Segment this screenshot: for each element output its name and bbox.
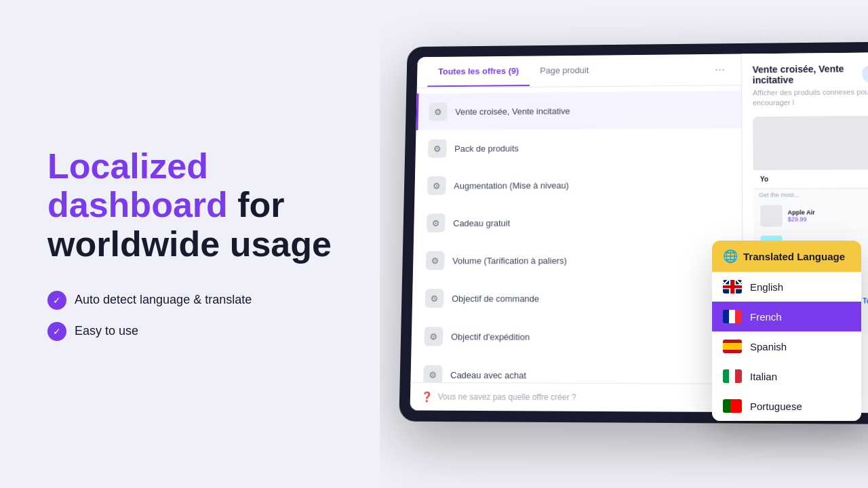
sidebar-badge: Sur la page p bbox=[863, 65, 868, 83]
footer-text: Vous ne savez pas quelle offre créer ? bbox=[438, 392, 576, 402]
preview-header: Yo bbox=[753, 169, 868, 189]
offer-icon-3: ⚙ bbox=[427, 214, 446, 232]
lang-label-french: French bbox=[750, 311, 782, 323]
features-list: ✓ Auto detect language & translate ✓ Eas… bbox=[47, 291, 339, 341]
list-item-6[interactable]: ⚙ Objectif d'expédition bbox=[411, 317, 743, 357]
dashboard-footer: ❓ Vous ne savez pas quelle offre créer ? bbox=[410, 382, 744, 412]
left-panel: Localized dashboard for worldwide usage … bbox=[0, 0, 380, 488]
translate-icon: 🌐 bbox=[723, 249, 738, 264]
lang-option-portuguese[interactable]: Portuguese bbox=[712, 391, 861, 421]
check-icon-1: ✓ bbox=[47, 291, 66, 310]
tab-product-page[interactable]: Page produit bbox=[529, 56, 599, 86]
flag-fr bbox=[723, 310, 742, 323]
lang-option-spanish[interactable]: Spanish bbox=[712, 331, 861, 361]
offer-icon-5: ⚙ bbox=[425, 289, 444, 308]
lang-label-portuguese: Portuguese bbox=[750, 401, 802, 412]
offer-icon-0: ⚙ bbox=[429, 102, 448, 121]
list-text-2: Augmentation (Mise à niveau) bbox=[454, 180, 569, 190]
flag-uk bbox=[723, 280, 742, 293]
flag-es bbox=[723, 340, 742, 353]
feature-2: ✓ Easy to use bbox=[47, 322, 339, 341]
tab-more-icon[interactable]: ··· bbox=[709, 58, 730, 82]
list-item-4[interactable]: ⚙ Volume (Tarification à paliers) bbox=[413, 241, 743, 280]
sidebar-desc: Afficher des produits connexes pour enco… bbox=[753, 87, 868, 108]
tab-all-offers[interactable]: Toutes les offres (9) bbox=[427, 57, 530, 87]
product-info-0: Apple Air $29.99 bbox=[788, 209, 868, 222]
offer-icon-7: ⚙ bbox=[423, 365, 442, 384]
list-text-7: Cadeau avec achat bbox=[450, 369, 526, 380]
headline-for: for bbox=[237, 185, 284, 224]
language-dropdown[interactable]: 🌐 Translated Language English French bbox=[712, 241, 861, 421]
product-price-0: $29.99 bbox=[788, 216, 868, 222]
flag-it bbox=[723, 369, 742, 383]
list-text-6: Objectif d'expédition bbox=[451, 331, 530, 342]
list-text-4: Volume (Tarification à paliers) bbox=[452, 256, 567, 266]
lang-label-spanish: Spanish bbox=[750, 341, 787, 352]
offer-icon-1: ⚙ bbox=[428, 139, 447, 157]
list-text-0: Vente croisée, Vente incitative bbox=[455, 106, 570, 117]
lang-label-english: English bbox=[750, 281, 783, 293]
list-item-7[interactable]: ⚙ Cadeau avec achat bbox=[410, 355, 743, 383]
headline-localized: Localized bbox=[47, 146, 208, 186]
list-text-5: Objectif de commande bbox=[452, 293, 539, 304]
flag-pt bbox=[723, 399, 742, 413]
list-text-3: Cadeau gratuit bbox=[453, 218, 510, 228]
headline-worldwide: worldwide usage bbox=[47, 224, 332, 264]
check-icon-2: ✓ bbox=[47, 322, 66, 341]
lang-option-english[interactable]: English bbox=[712, 272, 861, 302]
dashboard-list: ⚙ Vente croisée, Vente incitative ⚙ Pack… bbox=[410, 85, 743, 384]
feature-1: ✓ Auto detect language & translate bbox=[47, 291, 339, 310]
dashboard-main: Toutes les offres (9) Page produit ··· ⚙… bbox=[410, 54, 744, 413]
right-panel: Toutes les offres (9) Page produit ··· ⚙… bbox=[380, 0, 868, 488]
lang-option-french[interactable]: French bbox=[712, 302, 861, 331]
list-item-3[interactable]: ⚙ Cadeau gratuit bbox=[414, 203, 743, 242]
offer-icon-6: ⚙ bbox=[424, 327, 443, 346]
product-img-0 bbox=[760, 205, 783, 226]
lang-label-italian: Italian bbox=[750, 371, 777, 382]
headline: Localized dashboard for worldwide usage bbox=[47, 147, 339, 264]
lang-option-italian[interactable]: Italian bbox=[712, 361, 861, 391]
lang-header-label: Translated Language bbox=[743, 251, 845, 262]
product-name-0: Apple Air bbox=[788, 209, 868, 216]
offer-icon-2: ⚙ bbox=[427, 176, 446, 195]
list-text-1: Pack de produits bbox=[454, 143, 519, 153]
offer-icon-4: ⚙ bbox=[426, 251, 445, 270]
lang-header: 🌐 Translated Language bbox=[712, 241, 861, 272]
list-item-5[interactable]: ⚙ Objectif de commande bbox=[412, 279, 743, 318]
list-item-2[interactable]: ⚙ Augmentation (Mise à niveau) bbox=[414, 165, 742, 204]
dashboard-tabs: Toutes les offres (9) Page produit ··· bbox=[417, 54, 741, 89]
list-item-1[interactable]: ⚙ Pack de produits bbox=[415, 128, 741, 167]
list-item-0[interactable]: ⚙ Vente croisée, Vente incitative bbox=[416, 91, 741, 130]
feature-label-1: Auto detect language & translate bbox=[75, 293, 252, 307]
feature-label-2: Easy to use bbox=[75, 324, 138, 338]
sidebar-title: Vente croisée, Vente incitative Sur la p… bbox=[753, 63, 868, 85]
headline-dashboard: dashboard bbox=[47, 185, 228, 224]
product-row-0: Apple Air $29.99 – 1 + bbox=[753, 201, 868, 232]
